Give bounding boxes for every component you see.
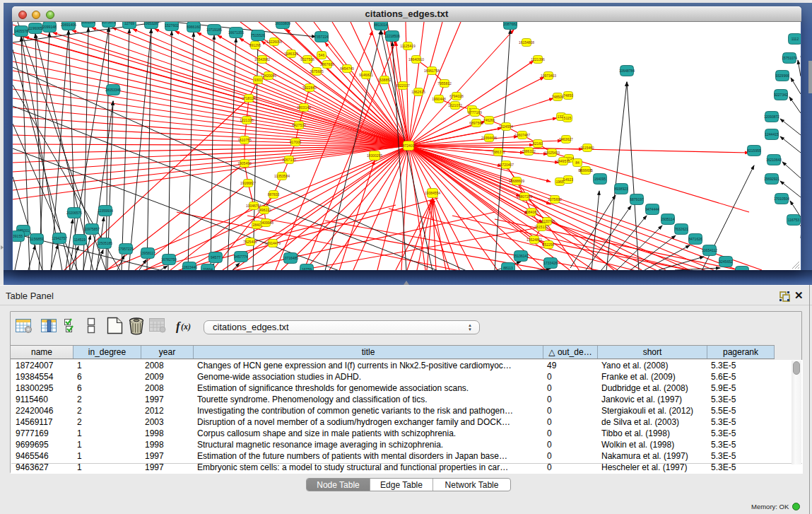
svg-text:1405578: 1405578 — [14, 29, 28, 33]
svg-text:3675685: 3675685 — [310, 69, 324, 74]
svg-text:12505185: 12505185 — [97, 241, 112, 245]
svg-text:164095: 164095 — [594, 177, 606, 181]
svg-text:1024554: 1024554 — [499, 124, 513, 129]
svg-text:1196065: 1196065 — [28, 26, 42, 30]
svg-text:22420046: 22420046 — [261, 74, 276, 78]
svg-text:891295: 891295 — [249, 43, 261, 47]
svg-text:20864: 20864 — [203, 267, 213, 270]
svg-text:2935114: 2935114 — [661, 217, 674, 221]
svg-text:20364436: 20364436 — [481, 136, 497, 140]
svg-text:2099148: 2099148 — [42, 25, 57, 29]
svg-text:18807299: 18807299 — [517, 194, 532, 199]
svg-text:114519: 114519 — [74, 238, 86, 242]
svg-text:8454749: 8454749 — [340, 66, 354, 71]
svg-text:15720407: 15720407 — [498, 163, 514, 167]
svg-text:8813014: 8813014 — [374, 23, 388, 27]
svg-text:12218506: 12218506 — [384, 34, 400, 38]
svg-text:1610755: 1610755 — [237, 138, 252, 142]
svg-text:88113: 88113 — [503, 266, 513, 270]
svg-text:1615132: 1615132 — [534, 225, 548, 229]
svg-text:13716485: 13716485 — [283, 256, 298, 260]
svg-text:1527602: 1527602 — [165, 23, 179, 28]
svg-text:10648784: 10648784 — [619, 69, 635, 73]
svg-text:10653287: 10653287 — [143, 22, 159, 25]
svg-text:1990448: 1990448 — [432, 97, 446, 101]
svg-text:2867608: 2867608 — [320, 62, 334, 66]
svg-text:9777169: 9777169 — [468, 110, 482, 115]
svg-text:13524861: 13524861 — [526, 238, 542, 242]
svg-text:7515526: 7515526 — [251, 33, 265, 37]
svg-text:8938923: 8938923 — [614, 187, 628, 191]
svg-text:7357224: 7357224 — [314, 35, 329, 39]
svg-text:9457774: 9457774 — [234, 255, 248, 259]
svg-text:12769: 12769 — [124, 22, 134, 25]
svg-text:6966160: 6966160 — [187, 25, 201, 29]
svg-text:12942757: 12942757 — [52, 236, 67, 240]
svg-text:18640910: 18640910 — [408, 57, 424, 62]
svg-text:1221396: 1221396 — [531, 57, 545, 62]
svg-text:9699695: 9699695 — [579, 168, 593, 173]
svg-text:19166827: 19166827 — [240, 181, 256, 185]
svg-text:1221336: 1221336 — [240, 118, 254, 122]
svg-text:546: 546 — [319, 53, 325, 57]
svg-text:8427532: 8427532 — [292, 123, 306, 127]
svg-text:10975857: 10975857 — [84, 227, 100, 231]
svg-text:5922843: 5922843 — [302, 86, 317, 90]
svg-text:1881164: 1881164 — [81, 22, 95, 24]
svg-text:6794028: 6794028 — [449, 94, 464, 98]
svg-text:1905493: 1905493 — [237, 161, 252, 165]
svg-text:10973403: 10973403 — [541, 74, 556, 78]
svg-text:9463627: 9463627 — [559, 137, 573, 141]
svg-text:917006: 917006 — [290, 140, 302, 144]
svg-text:1112: 1112 — [792, 37, 799, 41]
svg-text:7625402: 7625402 — [243, 240, 257, 244]
svg-text:28053346: 28053346 — [105, 88, 121, 92]
svg-text:16914479: 16914479 — [265, 241, 281, 245]
svg-text:10025433: 10025433 — [544, 151, 560, 155]
svg-text:62160: 62160 — [533, 141, 543, 146]
svg-text:1244415: 1244415 — [765, 132, 779, 136]
svg-text:10719185: 10719185 — [206, 28, 222, 32]
svg-text:9146821: 9146821 — [359, 73, 373, 77]
svg-text:1733426: 1733426 — [543, 261, 558, 265]
svg-text:9115460: 9115460 — [580, 146, 594, 150]
svg-text:1849575: 1849575 — [556, 159, 570, 163]
svg-text:14923: 14923 — [563, 177, 573, 182]
svg-text:1075692: 1075692 — [548, 197, 562, 201]
svg-text:20691406: 20691406 — [61, 23, 76, 27]
svg-text:16210643: 16210643 — [766, 158, 782, 162]
svg-text:9474444: 9474444 — [645, 207, 659, 211]
svg-text:7632621: 7632621 — [674, 227, 688, 231]
svg-text:16759: 16759 — [302, 267, 312, 270]
svg-text:3267130: 3267130 — [282, 158, 296, 162]
svg-text:2718126: 2718126 — [242, 96, 256, 100]
svg-text:17957225: 17957225 — [118, 247, 134, 251]
svg-text:10654112: 10654112 — [702, 248, 717, 252]
svg-text:5115: 5115 — [564, 116, 572, 120]
svg-text:9329966: 9329966 — [775, 74, 789, 78]
svg-text:16033809: 16033809 — [275, 22, 290, 25]
svg-text:2803144: 2803144 — [297, 105, 311, 110]
svg-text:10607487: 10607487 — [514, 133, 530, 137]
svg-text:13958117: 13958117 — [140, 251, 155, 255]
svg-text:19384554: 19384554 — [425, 191, 440, 195]
svg-text:18724007: 18724007 — [401, 144, 416, 148]
svg-text:8322037: 8322037 — [396, 83, 410, 88]
svg-text:1156859: 1156859 — [30, 237, 43, 241]
svg-text:16154808: 16154808 — [519, 40, 534, 45]
svg-text:12359934: 12359934 — [98, 209, 113, 213]
svg-text:1498222: 1498222 — [257, 208, 271, 212]
svg-text:1362615: 1362615 — [411, 90, 425, 94]
svg-text:11125419: 11125419 — [400, 44, 416, 48]
svg-text:74850: 74850 — [563, 93, 573, 98]
svg-text:11353584: 11353584 — [274, 174, 290, 178]
svg-text:252254: 252254 — [543, 243, 555, 247]
svg-text:9084067: 9084067 — [524, 210, 539, 214]
svg-text:748506: 748506 — [552, 95, 564, 99]
svg-text:16671355: 16671355 — [228, 30, 244, 35]
svg-text:7955812: 7955812 — [437, 81, 452, 86]
svg-text:16543982: 16543982 — [254, 57, 270, 62]
svg-text:6879197: 6879197 — [630, 197, 644, 201]
svg-text:17010504: 17010504 — [774, 197, 789, 201]
svg-text:887833: 887833 — [268, 192, 280, 197]
